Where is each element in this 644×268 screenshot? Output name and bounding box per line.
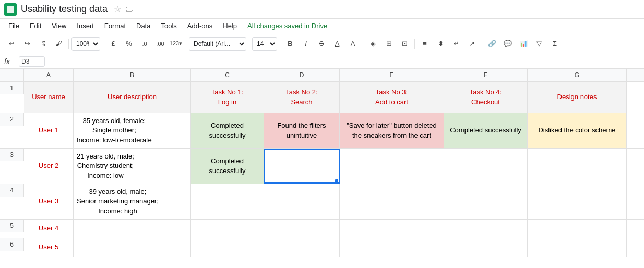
align-button[interactable]: ≡ xyxy=(418,36,432,51)
cell-c2[interactable]: Completed successfully xyxy=(191,113,264,148)
col-header-g[interactable]: G xyxy=(528,69,627,81)
borders-button[interactable]: ⊞ xyxy=(381,36,396,51)
paint-format-button[interactable]: 🖌 xyxy=(51,36,66,51)
cell-f5[interactable] xyxy=(444,220,528,238)
more-formats-button[interactable]: 123▾ xyxy=(169,36,183,51)
fill-handle[interactable] xyxy=(335,179,338,182)
cell-e4[interactable] xyxy=(340,184,444,219)
cell-a6[interactable]: User 5 xyxy=(24,238,74,257)
cell-d6[interactable] xyxy=(264,238,340,257)
bold-button[interactable]: B xyxy=(283,36,297,51)
zoom-select[interactable]: 100% xyxy=(71,37,100,51)
inc-decimals-button[interactable]: .00 xyxy=(153,36,168,51)
cell-a1[interactable]: User name xyxy=(24,82,74,113)
cell-b2[interactable]: 35 years old, female;Single mother;Incom… xyxy=(74,113,191,148)
menu-data[interactable]: Data xyxy=(132,21,154,31)
merge-button[interactable]: ⊡ xyxy=(397,36,412,51)
cell-b1[interactable]: User description xyxy=(74,82,191,113)
underline-button[interactable]: A xyxy=(330,36,344,51)
italic-button[interactable]: I xyxy=(299,36,313,51)
cell-c4[interactable] xyxy=(191,184,264,219)
cell-b6[interactable] xyxy=(74,238,191,257)
cell-c6[interactable] xyxy=(191,238,264,257)
font-select[interactable]: Default (Ari... xyxy=(189,37,246,51)
cell-g1[interactable]: Design notes xyxy=(528,82,627,113)
col-header-a[interactable]: A xyxy=(24,69,74,81)
cell-a3[interactable]: User 2 xyxy=(24,149,74,184)
undo-button[interactable]: ↩ xyxy=(4,36,19,51)
row-num-1[interactable]: 1 xyxy=(0,82,24,94)
col-header-b[interactable]: B xyxy=(74,69,191,81)
cell-c3[interactable]: Completed successfully xyxy=(191,149,264,184)
col-header-c[interactable]: C xyxy=(191,69,264,81)
menu-insert[interactable]: Insert xyxy=(73,21,98,31)
menu-edit[interactable]: Edit xyxy=(26,21,45,31)
rotate-button[interactable]: ↗ xyxy=(464,36,479,51)
font-size-select[interactable]: 14 xyxy=(252,37,277,51)
cell-d1[interactable]: Task No 2:Search xyxy=(264,82,340,113)
menu-addons[interactable]: Add-ons xyxy=(183,21,217,31)
cell-e2[interactable]: "Save for later" button deleted the snea… xyxy=(340,113,444,148)
cell-g6[interactable] xyxy=(528,238,627,257)
fill-color-button[interactable]: ◈ xyxy=(366,36,380,51)
menu-file[interactable]: File xyxy=(4,21,23,31)
cell-e3[interactable] xyxy=(340,149,444,184)
cell-g2[interactable]: Disliked the color scheme xyxy=(528,113,627,148)
dec-decimals-button[interactable]: .0 xyxy=(137,36,152,51)
function-button[interactable]: Σ xyxy=(547,36,562,51)
valign-button[interactable]: ⬍ xyxy=(433,36,448,51)
cell-g4[interactable] xyxy=(528,184,627,219)
cell-f1[interactable]: Task No 4:Checkout xyxy=(444,82,528,113)
row-num-6[interactable]: 6 xyxy=(0,238,24,251)
cell-a2[interactable]: User 1 xyxy=(24,113,74,148)
col-header-e[interactable]: E xyxy=(340,69,444,81)
strikethrough-button[interactable]: S xyxy=(314,36,329,51)
cell-a5[interactable]: User 4 xyxy=(24,220,74,238)
chart-button[interactable]: 📊 xyxy=(516,36,531,51)
cell-d4[interactable] xyxy=(264,184,340,219)
currency-button[interactable]: £ xyxy=(106,36,121,51)
menu-view[interactable]: View xyxy=(47,21,70,31)
cell-b4[interactable]: 39 years old, male;Senior marketing mana… xyxy=(74,184,191,219)
col-header-f[interactable]: F xyxy=(444,69,528,81)
row-num-5[interactable]: 5 xyxy=(0,220,24,232)
row-num-2[interactable]: 2 xyxy=(0,113,24,126)
cell-a4[interactable]: User 3 xyxy=(24,184,74,219)
text-color-button[interactable]: A xyxy=(345,36,360,51)
comment-button[interactable]: 💬 xyxy=(500,36,515,51)
filter-button[interactable]: ▽ xyxy=(532,36,546,51)
link-button[interactable]: 🔗 xyxy=(485,36,499,51)
star-icon[interactable]: ☆ xyxy=(114,4,121,14)
print-button[interactable]: 🖨 xyxy=(35,36,50,51)
percent-button[interactable]: % xyxy=(122,36,136,51)
cell-g5[interactable] xyxy=(528,220,627,238)
row-num-3[interactable]: 3 xyxy=(0,149,24,161)
cell-b3[interactable]: 21 years old, male;Chemistry student;Inc… xyxy=(74,149,191,184)
menu-help[interactable]: Help xyxy=(219,21,241,31)
cell-c1[interactable]: Task No 1:Log in xyxy=(191,82,264,113)
menu-tools[interactable]: Tools xyxy=(157,21,181,31)
cell-e6[interactable] xyxy=(340,238,444,257)
cell-reference[interactable] xyxy=(19,56,45,67)
cell-f2[interactable]: Completed successfully xyxy=(444,113,528,148)
doc-title[interactable]: Usability testing data xyxy=(21,4,108,15)
cell-g3[interactable] xyxy=(528,149,627,184)
redo-button[interactable]: ↪ xyxy=(20,36,34,51)
cell-f3[interactable] xyxy=(444,149,528,184)
col-header-d[interactable]: D xyxy=(264,69,340,81)
cell-f6[interactable] xyxy=(444,238,528,257)
cell-e1[interactable]: Task No 3:Add to cart xyxy=(340,82,444,113)
row-num-4[interactable]: 4 xyxy=(0,184,24,197)
cell-d3[interactable] xyxy=(264,149,340,184)
wrap-button[interactable]: ↵ xyxy=(449,36,463,51)
formula-input[interactable] xyxy=(47,57,640,65)
folder-icon[interactable]: 🗁 xyxy=(125,5,134,14)
cell-d2[interactable]: Found the filters unintuitive xyxy=(264,113,340,148)
menu-format[interactable]: Format xyxy=(100,21,130,31)
cell-d5[interactable] xyxy=(264,220,340,238)
cell-c5[interactable] xyxy=(191,220,264,238)
cell-g2-text: Disliked the color scheme xyxy=(538,126,615,135)
cell-e5[interactable] xyxy=(340,220,444,238)
cell-b5[interactable] xyxy=(74,220,191,238)
cell-f4[interactable] xyxy=(444,184,528,219)
